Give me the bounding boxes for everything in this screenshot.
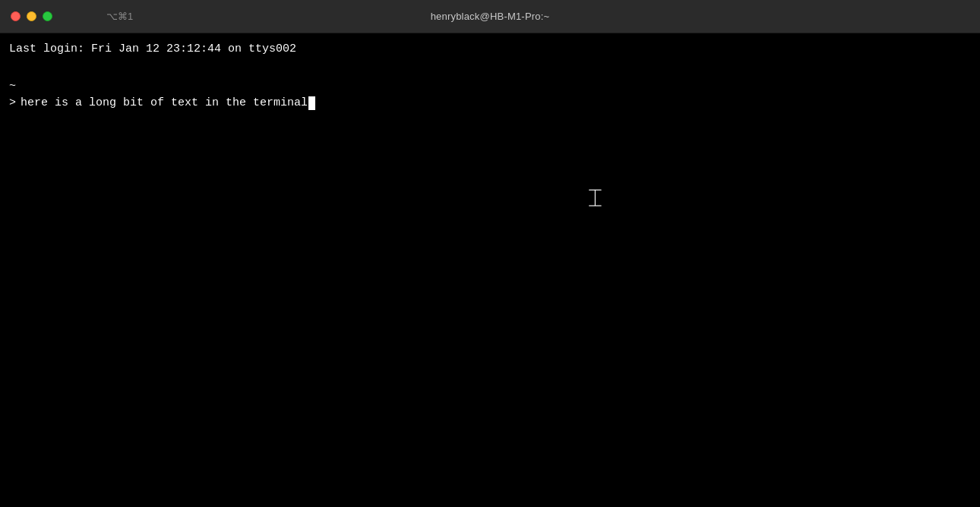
maximize-button[interactable] (43, 11, 52, 21)
tilde-line: ~ (9, 78, 971, 96)
prompt-symbol: > (9, 95, 16, 112)
close-button[interactable] (11, 11, 21, 21)
login-line: Last login: Fri Jan 12 23:12:44 on ttys0… (9, 41, 971, 58)
text-cursor-icon: ⌶ (589, 181, 602, 213)
minimize-button[interactable] (27, 11, 36, 21)
traffic-lights (11, 11, 52, 21)
command-text: here is a long bit of text in the termin… (21, 95, 308, 112)
shortcut-label: ⌥⌘1 (106, 11, 133, 22)
cursor (308, 96, 315, 110)
titlebar: ⌥⌘1 henryblack@HB-M1-Pro:~ (0, 0, 980, 33)
window-title: henryblack@HB-M1-Pro:~ (431, 11, 550, 22)
command-line[interactable]: > here is a long bit of text in the term… (9, 95, 971, 112)
terminal-body[interactable]: Last login: Fri Jan 12 23:12:44 on ttys0… (0, 33, 980, 507)
blank-line (9, 61, 971, 78)
